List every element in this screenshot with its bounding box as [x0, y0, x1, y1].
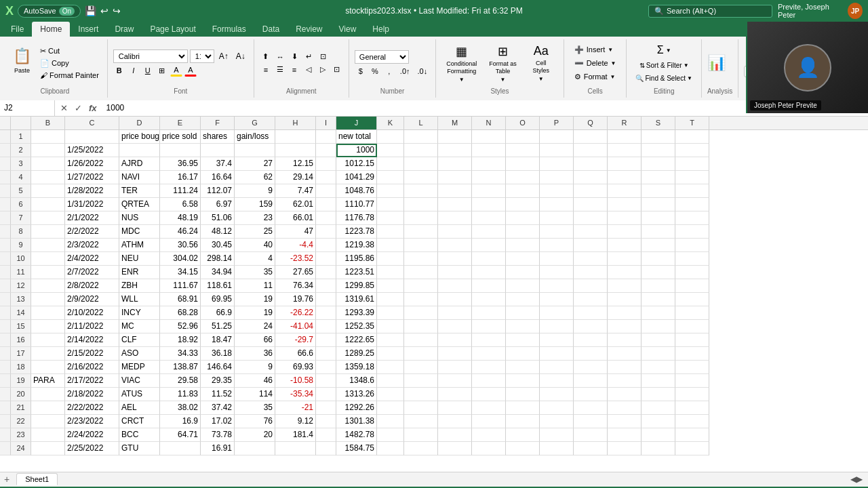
- sheet-cell[interactable]: -10.58: [275, 374, 316, 388]
- sheet-cell[interactable]: [642, 442, 675, 455]
- sheet-cell[interactable]: [608, 442, 642, 455]
- sheet-cell[interactable]: [472, 184, 506, 198]
- sheet-cell[interactable]: [675, 306, 709, 320]
- sheet-cell[interactable]: [540, 293, 574, 306]
- sheet-cell[interactable]: 19: [235, 306, 275, 320]
- border-button[interactable]: ⊞: [156, 65, 168, 77]
- sheet-cell[interactable]: 2/10/2022: [65, 306, 119, 320]
- sheet-cell[interactable]: [472, 320, 506, 333]
- sheet-cell[interactable]: QRTEA: [119, 198, 160, 211]
- sheet-cell[interactable]: [608, 374, 642, 388]
- col-header-s[interactable]: S: [642, 117, 675, 129]
- sheet-cell[interactable]: [472, 361, 506, 374]
- sheet-cell[interactable]: 25: [235, 225, 275, 239]
- sheet-cell[interactable]: [675, 361, 709, 374]
- sheet-cell[interactable]: 64.71: [160, 428, 201, 442]
- sheet-cell[interactable]: TER: [119, 184, 160, 198]
- sheet-cell[interactable]: [377, 333, 404, 347]
- sheet-cell[interactable]: [404, 239, 438, 252]
- sheet-cell[interactable]: [438, 442, 472, 455]
- sheet-cell[interactable]: [377, 415, 404, 428]
- cancel-formula-button[interactable]: ✕: [58, 102, 71, 114]
- sheet-cell[interactable]: [540, 361, 574, 374]
- sheet-cell[interactable]: [675, 415, 709, 428]
- sheet-cell[interactable]: 138.87: [160, 361, 201, 374]
- sheet-cell[interactable]: price sold: [160, 130, 201, 144]
- sheet-cell[interactable]: [438, 306, 472, 320]
- sheet-cell[interactable]: [506, 415, 540, 428]
- sheet-cell[interactable]: 18.47: [201, 333, 235, 347]
- sheet-cell[interactable]: [506, 347, 540, 361]
- sheet-cell[interactable]: [506, 211, 540, 225]
- conditional-formatting-button[interactable]: ▦ ConditionalFormatting ▼: [441, 41, 481, 86]
- sheet-cell[interactable]: [608, 157, 642, 171]
- sheet-cell[interactable]: [316, 144, 336, 157]
- sheet-cell[interactable]: [316, 266, 336, 279]
- sum-button[interactable]: Σ ▼: [632, 42, 695, 58]
- tab-review[interactable]: Review: [288, 22, 330, 37]
- sheet-cell[interactable]: 1/31/2022: [65, 198, 119, 211]
- col-header-e[interactable]: E: [160, 117, 201, 129]
- sheet-cell[interactable]: [377, 279, 404, 293]
- sheet-cell[interactable]: [31, 144, 65, 157]
- sheet-cell[interactable]: [316, 293, 336, 306]
- row-header[interactable]: 3: [11, 157, 31, 171]
- sheet-cell[interactable]: 2/7/2022: [65, 266, 119, 279]
- sheet-cell[interactable]: [31, 184, 65, 198]
- sheet-cell[interactable]: 35: [235, 266, 275, 279]
- sheet-cell[interactable]: [675, 388, 709, 401]
- align-bottom-button[interactable]: ⬇: [289, 51, 301, 62]
- sheet-cell[interactable]: [438, 401, 472, 415]
- sheet-cell[interactable]: 1584.75: [336, 442, 377, 455]
- sheet-cell[interactable]: 2/22/2022: [65, 401, 119, 415]
- sheet-cell[interactable]: [608, 347, 642, 361]
- increase-font-size-button[interactable]: A↑: [216, 50, 231, 62]
- sheet-cell[interactable]: [377, 320, 404, 333]
- sheet-cell[interactable]: -23.52: [275, 252, 316, 266]
- sheet-cell[interactable]: -4.4: [275, 239, 316, 252]
- sheet-cell[interactable]: CRCT: [119, 415, 160, 428]
- sheet-cell[interactable]: [675, 198, 709, 211]
- sheet-cell[interactable]: [275, 442, 316, 455]
- format-button[interactable]: ⚙ Format ▼: [570, 70, 621, 83]
- confirm-formula-button[interactable]: ✓: [72, 102, 85, 114]
- sheet-cell[interactable]: [472, 198, 506, 211]
- sheet-cell[interactable]: 18.92: [160, 333, 201, 347]
- sheet-cell[interactable]: [574, 388, 608, 401]
- sheet-cell[interactable]: [540, 198, 574, 211]
- sheet-cell[interactable]: [574, 239, 608, 252]
- tab-insert[interactable]: Insert: [70, 22, 106, 37]
- sheet-cell[interactable]: [642, 130, 675, 144]
- sheet-cell[interactable]: [438, 320, 472, 333]
- sheet-cell[interactable]: 69.93: [275, 361, 316, 374]
- col-header-b[interactable]: B: [31, 117, 65, 129]
- sheet-cell[interactable]: 16.17: [160, 171, 201, 184]
- sheet-cell[interactable]: 1252.35: [336, 320, 377, 333]
- sheet-cell[interactable]: [574, 266, 608, 279]
- sheet-cell[interactable]: 2/4/2022: [65, 252, 119, 266]
- sheet-cell[interactable]: [506, 442, 540, 455]
- sheet-cell[interactable]: [438, 279, 472, 293]
- sheet-cell[interactable]: [31, 225, 65, 239]
- sheet-cell[interactable]: -26.22: [275, 306, 316, 320]
- sheet-cell[interactable]: [540, 157, 574, 171]
- sheet-cell[interactable]: [404, 347, 438, 361]
- sheet-cell[interactable]: 6.97: [201, 198, 235, 211]
- sheet-cell[interactable]: new total: [336, 130, 377, 144]
- sheet-cell[interactable]: 114: [235, 388, 275, 401]
- sheet-cell[interactable]: [642, 225, 675, 239]
- copy-button[interactable]: 📄 Copy: [37, 58, 102, 69]
- sheet-cell[interactable]: [316, 347, 336, 361]
- sheet-cell[interactable]: [316, 306, 336, 320]
- sheet-cell[interactable]: [540, 184, 574, 198]
- sheet-cell[interactable]: [377, 211, 404, 225]
- sheet-cell[interactable]: [506, 333, 540, 347]
- sheet-cell[interactable]: [506, 225, 540, 239]
- sheet-cell[interactable]: [540, 374, 574, 388]
- row-header[interactable]: 18: [11, 361, 31, 374]
- sheet-cell[interactable]: 1176.78: [336, 211, 377, 225]
- sheet-cell[interactable]: [608, 361, 642, 374]
- align-right-button[interactable]: ≡: [288, 64, 300, 75]
- sheet-cell[interactable]: [574, 171, 608, 184]
- sheet-cell[interactable]: GTU: [119, 442, 160, 455]
